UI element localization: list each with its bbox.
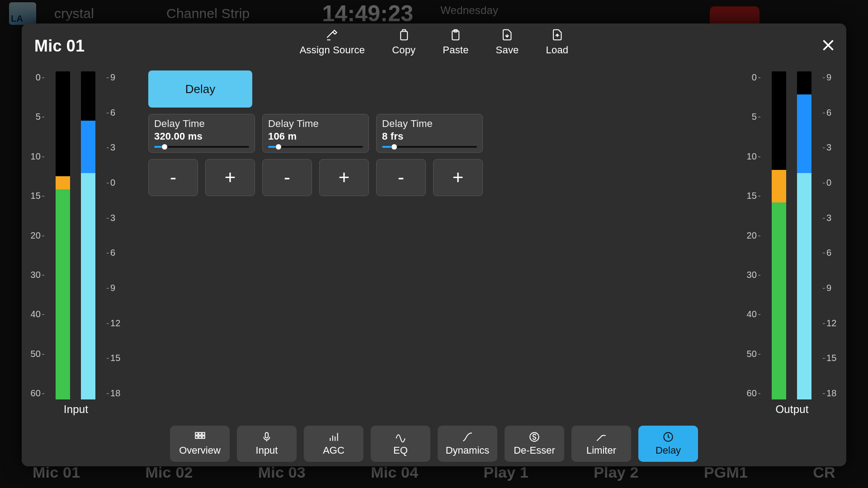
tab-deesser[interactable]: De-Esser	[505, 426, 564, 462]
slider-track[interactable]	[154, 145, 249, 149]
tab-label: Input	[256, 445, 278, 456]
output-gr-bar	[797, 71, 811, 399]
wave-icon	[395, 431, 406, 443]
input-gr-bar	[81, 71, 95, 399]
svg-rect-6	[195, 436, 198, 438]
clock: 14:49:23	[322, 0, 413, 27]
load-icon	[550, 28, 564, 42]
output-gr-scale: 9630369121518	[822, 71, 838, 399]
save-button[interactable]: Save	[496, 28, 519, 56]
svg-rect-3	[195, 432, 198, 435]
slider-track[interactable]	[382, 145, 477, 149]
delay-m-increment[interactable]: +	[319, 159, 369, 196]
tab-input[interactable]: Input	[237, 426, 297, 462]
logo: LA	[9, 2, 36, 25]
s-icon	[528, 431, 540, 443]
copy-icon	[397, 28, 410, 42]
output-dbfs-scale: 0510152030405060	[746, 71, 761, 399]
tab-label: Dynamics	[446, 445, 490, 456]
param-label: Delay Time	[382, 118, 477, 130]
assign-icon	[326, 28, 339, 42]
tab-label: EQ	[393, 445, 408, 456]
tab-label: Limiter	[586, 445, 616, 456]
input-gr-scale: 9630369121518	[106, 71, 122, 399]
paste-button[interactable]: Paste	[443, 28, 468, 56]
tab-delay[interactable]: Delay	[638, 426, 698, 462]
delay-frs-increment[interactable]: +	[433, 159, 483, 196]
slider-track[interactable]	[268, 145, 363, 149]
param-value: 8 frs	[382, 131, 477, 142]
app-name: crystal	[54, 6, 94, 21]
channel-strip-panel: Mic 01 Assign Source Copy Paste Save Loa…	[22, 23, 846, 466]
input-level-bar	[56, 71, 70, 399]
screen-name: Channel Strip	[166, 6, 250, 21]
tab-label: Overview	[179, 445, 221, 456]
param-value: 106 m	[268, 131, 363, 142]
tab-overview[interactable]: Overview	[170, 426, 230, 462]
delay-time-m[interactable]: Delay Time 106 m	[262, 114, 369, 153]
copy-button[interactable]: Copy	[392, 28, 415, 56]
svg-rect-5	[202, 432, 204, 435]
svg-rect-0	[401, 32, 407, 40]
section-tabs: Overview Input AGC EQ Dynamics De-Esser …	[22, 421, 846, 466]
output-level-bar	[772, 71, 786, 399]
clock-icon	[662, 431, 674, 443]
svg-rect-9	[265, 432, 269, 438]
tab-label: Delay	[656, 445, 681, 456]
grid-icon	[194, 431, 206, 443]
tab-dynamics[interactable]: Dynamics	[438, 426, 497, 462]
tab-label: De-Esser	[514, 445, 555, 456]
param-label: Delay Time	[154, 118, 249, 130]
delay-time-ms[interactable]: Delay Time 320.00 ms	[148, 114, 255, 153]
load-button[interactable]: Load	[546, 28, 569, 56]
assign-source-button[interactable]: Assign Source	[300, 28, 365, 56]
param-value: 320.00 ms	[154, 131, 249, 142]
delay-m-decrement[interactable]: -	[262, 159, 312, 196]
tab-label: AGC	[323, 445, 344, 456]
input-meter-label: Input	[64, 403, 88, 416]
paste-icon	[449, 28, 462, 42]
svg-rect-4	[199, 432, 201, 435]
svg-rect-8	[202, 436, 204, 438]
tab-eq[interactable]: EQ	[371, 426, 430, 462]
paste-label: Paste	[443, 44, 468, 56]
load-label: Load	[546, 44, 569, 56]
delay-frs-decrement[interactable]: -	[376, 159, 426, 196]
mic-icon	[261, 431, 273, 443]
curve-icon	[462, 431, 473, 443]
param-label: Delay Time	[268, 118, 363, 130]
output-meters: 0510152030405060 9630369121518 Output	[747, 69, 837, 416]
close-icon	[820, 37, 836, 53]
tab-agc[interactable]: AGC	[304, 426, 363, 462]
knee-icon	[595, 431, 607, 443]
bars-icon	[328, 431, 340, 443]
save-label: Save	[496, 44, 519, 56]
weekday: Wednesday	[440, 4, 498, 17]
assign-label: Assign Source	[300, 44, 365, 56]
svg-rect-7	[199, 436, 201, 438]
tab-limiter[interactable]: Limiter	[571, 426, 631, 462]
save-icon	[500, 28, 514, 42]
close-button[interactable]	[820, 37, 836, 55]
delay-time-frs[interactable]: Delay Time 8 frs	[376, 114, 483, 153]
delay-ms-increment[interactable]: +	[205, 159, 255, 196]
panel-title: Mic 01	[34, 37, 85, 56]
copy-label: Copy	[392, 44, 415, 56]
delay-section-tab[interactable]: Delay	[148, 70, 252, 108]
input-meters: 0510152030405060 9630369121518 Input	[31, 69, 121, 416]
output-meter-label: Output	[775, 403, 808, 416]
input-dbfs-scale: 0510152030405060	[30, 71, 45, 399]
delay-ms-decrement[interactable]: -	[148, 159, 198, 196]
